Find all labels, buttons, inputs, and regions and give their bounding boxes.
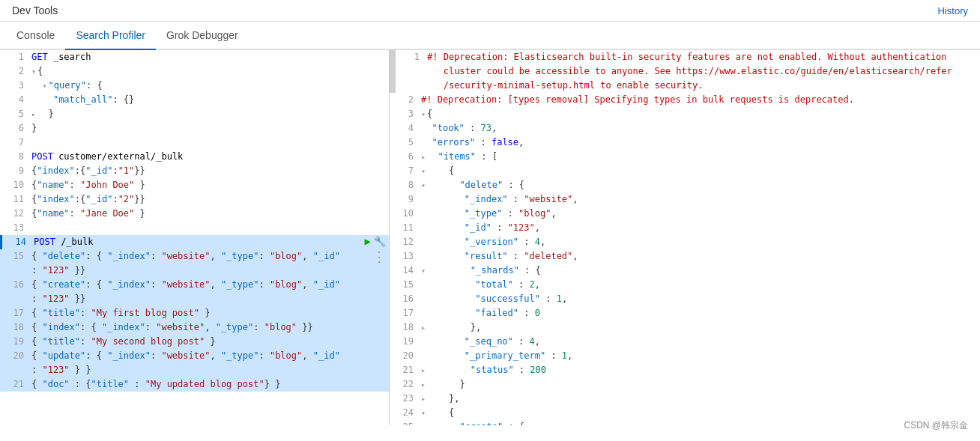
code-line: 25 ▾ "create" : { bbox=[390, 420, 980, 425]
right-panel[interactable]: 1 #! Deprecation: Elasticsearch built-in… bbox=[390, 50, 980, 425]
code-line: 8 POST customer/external/_bulk bbox=[0, 150, 389, 164]
code-line: 11 "_id" : "123", bbox=[390, 221, 980, 235]
code-line: 4 "took" : 73, bbox=[390, 121, 980, 136]
code-line: 18 { "index": { "_index": "website", "_t… bbox=[0, 320, 389, 335]
code-line: 10 {"name": "John Doe" } bbox=[0, 178, 389, 192]
code-line: 1 GET _search bbox=[0, 50, 389, 64]
scroll-handle[interactable]: ⋮ bbox=[369, 249, 389, 264]
code-line: 12 "_version" : 4, bbox=[390, 235, 980, 249]
code-line: 24 ▾ { bbox=[390, 406, 980, 420]
code-line-cont: : "123" }} bbox=[0, 292, 389, 306]
code-line: 5 "errors" : false, bbox=[390, 136, 980, 150]
code-line: 10 "_type" : "blog", bbox=[390, 207, 980, 221]
code-line: 20 "_primary_term" : 1, bbox=[390, 349, 980, 363]
code-line: 22 ▸ } bbox=[390, 377, 980, 392]
code-line: 6 ▸ "items" : [ bbox=[390, 150, 980, 164]
code-line: 15 { "delete": { "_index": "website", "_… bbox=[0, 249, 389, 264]
code-line: 16 { "create": { "_index": "website", "_… bbox=[0, 278, 389, 292]
code-line: 13 bbox=[0, 221, 389, 235]
tab-console[interactable]: Console bbox=[6, 22, 65, 50]
settings-icon[interactable]: 🔧 bbox=[374, 236, 386, 247]
code-line: 3 ▾{ bbox=[390, 107, 980, 121]
code-line: 7 bbox=[0, 136, 389, 150]
run-button[interactable]: ▶ bbox=[365, 235, 371, 247]
code-line: 16 "successful" : 1, bbox=[390, 292, 980, 306]
left-panel[interactable]: 1 GET _search 2 ▾{ 3 ▾"query": { 4 "matc… bbox=[0, 50, 390, 425]
code-line: 19 "_seq_no" : 4, bbox=[390, 335, 980, 349]
code-line: 3 ▾"query": { bbox=[0, 79, 389, 93]
right-code-area: 1 #! Deprecation: Elasticsearch built-in… bbox=[390, 50, 980, 425]
code-line: 21 ▸ "status" : 200 bbox=[390, 363, 980, 377]
code-line: 17 { "title": "My first blog post" } bbox=[0, 306, 389, 320]
code-line: 18 ▸ }, bbox=[390, 320, 980, 335]
code-line-cont: : "123" } } bbox=[0, 363, 389, 377]
tab-grok-debugger[interactable]: Grok Debugger bbox=[156, 22, 249, 50]
code-line: 1 #! Deprecation: Elasticsearch built-in… bbox=[390, 50, 980, 93]
watermark: CSDN @韩宗金 bbox=[904, 419, 968, 425]
code-line: 5 ▸ } bbox=[0, 107, 389, 121]
code-line: 12 {"name": "Jane Doe" } bbox=[0, 207, 389, 221]
code-line-active: 14 POST /_bulk ▶ 🔧 bbox=[0, 235, 389, 249]
code-line: 2 ▾{ bbox=[0, 64, 389, 79]
code-line: 17 "failed" : 0 bbox=[390, 306, 980, 320]
code-line: 23 ▸ }, bbox=[390, 392, 980, 406]
code-line: 11 {"index":{"_id":"2"}} bbox=[0, 192, 389, 207]
top-bar: Dev Tools History bbox=[0, 0, 980, 22]
code-line: 2 #! Deprecation: [types removal] Specif… bbox=[390, 93, 980, 107]
code-line: 21 { "doc" : {"title" : "My updated blog… bbox=[0, 377, 389, 392]
history-button[interactable]: History bbox=[938, 5, 968, 16]
app-title: Dev Tools bbox=[12, 4, 58, 16]
code-line: 20 { "update": { "_index": "website", "_… bbox=[0, 349, 389, 363]
code-line: 14 ▾ "_shards" : { bbox=[390, 264, 980, 278]
code-line: 19 { "title": "My second blog post" } bbox=[0, 335, 389, 349]
code-line: 8 ▾ "delete" : { bbox=[390, 178, 980, 192]
code-line: 4 "match_all": {} bbox=[0, 93, 389, 107]
main-area: 1 GET _search 2 ▾{ 3 ▾"query": { 4 "matc… bbox=[0, 50, 980, 425]
code-line: 7 ▾ { bbox=[390, 164, 980, 178]
code-line: 13 "result" : "deleted", bbox=[390, 249, 980, 264]
code-line: 6 } bbox=[0, 121, 389, 136]
code-line: 15 "total" : 2, bbox=[390, 278, 980, 292]
tab-search-profiler[interactable]: Search Profiler bbox=[65, 22, 156, 50]
tab-bar: Console Search Profiler Grok Debugger bbox=[0, 22, 980, 50]
code-line-cont: : "123" }} bbox=[0, 264, 389, 278]
code-line: 9 "_index" : "website", bbox=[390, 192, 980, 207]
code-line: 9 {"index":{"_id":"1"}} bbox=[0, 164, 389, 178]
left-code-area: 1 GET _search 2 ▾{ 3 ▾"query": { 4 "matc… bbox=[0, 50, 389, 392]
